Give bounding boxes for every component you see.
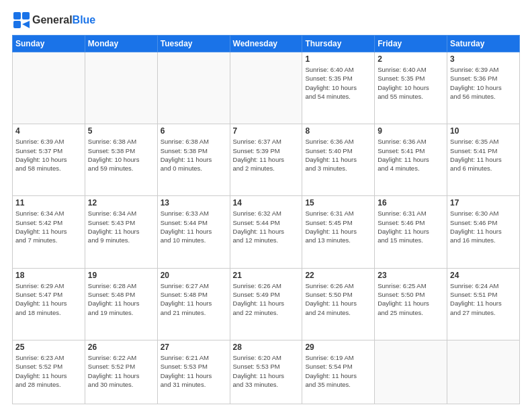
calendar-cell: 16Sunrise: 6:31 AM Sunset: 5:46 PM Dayli…: [375, 196, 447, 268]
day-number: 2: [378, 54, 444, 64]
day-number: 23: [378, 271, 444, 280]
calendar-cell: [447, 340, 520, 404]
calendar-cell: 10Sunrise: 6:35 AM Sunset: 5:41 PM Dayli…: [447, 124, 520, 196]
calendar-cell: [13, 52, 85, 124]
day-number: 8: [305, 126, 371, 136]
day-info: Sunrise: 6:31 AM Sunset: 5:46 PM Dayligh…: [378, 209, 444, 244]
calendar-cell: 15Sunrise: 6:31 AM Sunset: 5:45 PM Dayli…: [302, 196, 375, 268]
calendar-cell: 21Sunrise: 6:26 AM Sunset: 5:49 PM Dayli…: [230, 268, 302, 340]
calendar-cell: [375, 340, 447, 404]
day-info: Sunrise: 6:34 AM Sunset: 5:42 PM Dayligh…: [15, 209, 82, 244]
day-number: 27: [161, 342, 227, 352]
day-number: 1: [305, 54, 371, 64]
calendar-cell: 22Sunrise: 6:26 AM Sunset: 5:50 PM Dayli…: [302, 268, 375, 340]
day-number: 21: [233, 271, 300, 280]
day-info: Sunrise: 6:37 AM Sunset: 5:39 PM Dayligh…: [233, 137, 300, 173]
day-info: Sunrise: 6:28 AM Sunset: 5:48 PM Dayligh…: [88, 281, 154, 317]
weekday-header-tuesday: Tuesday: [157, 36, 230, 52]
day-info: Sunrise: 6:21 AM Sunset: 5:53 PM Dayligh…: [161, 353, 227, 389]
svg-rect-1: [22, 12, 30, 19]
weekday-header-sunday: Sunday: [13, 36, 85, 52]
calendar-cell: 19Sunrise: 6:28 AM Sunset: 5:48 PM Dayli…: [85, 268, 157, 340]
weekday-header-friday: Friday: [375, 36, 447, 52]
page: GeneralBlue SundayMondayTuesdayWednesday…: [0, 0, 532, 411]
weekday-header-saturday: Saturday: [447, 36, 520, 52]
day-info: Sunrise: 6:39 AM Sunset: 5:37 PM Dayligh…: [15, 137, 82, 173]
calendar-cell: 12Sunrise: 6:34 AM Sunset: 5:43 PM Dayli…: [85, 196, 157, 268]
day-info: Sunrise: 6:36 AM Sunset: 5:40 PM Dayligh…: [305, 137, 371, 173]
day-info: Sunrise: 6:29 AM Sunset: 5:47 PM Dayligh…: [15, 281, 82, 317]
calendar-cell: 20Sunrise: 6:27 AM Sunset: 5:48 PM Dayli…: [157, 268, 230, 340]
day-number: 20: [161, 271, 227, 280]
calendar-cell: 1Sunrise: 6:40 AM Sunset: 5:35 PM Daylig…: [302, 52, 375, 124]
day-info: Sunrise: 6:24 AM Sunset: 5:51 PM Dayligh…: [450, 281, 517, 317]
day-number: 16: [378, 198, 444, 208]
calendar-cell: 18Sunrise: 6:29 AM Sunset: 5:47 PM Dayli…: [13, 268, 85, 340]
day-number: 6: [161, 126, 227, 136]
day-number: 5: [88, 126, 154, 136]
logo-icon: [12, 11, 31, 30]
svg-marker-3: [22, 21, 30, 28]
calendar-cell: 14Sunrise: 6:32 AM Sunset: 5:44 PM Dayli…: [230, 196, 302, 268]
logo: GeneralBlue: [12, 11, 95, 30]
weekday-header-thursday: Thursday: [302, 36, 375, 52]
weekday-header-row: SundayMondayTuesdayWednesdayThursdayFrid…: [13, 36, 520, 52]
day-number: 14: [233, 198, 300, 208]
day-number: 9: [378, 126, 444, 136]
calendar-cell: 5Sunrise: 6:38 AM Sunset: 5:38 PM Daylig…: [85, 124, 157, 196]
calendar-cell: 8Sunrise: 6:36 AM Sunset: 5:40 PM Daylig…: [302, 124, 375, 196]
calendar-cell: 23Sunrise: 6:25 AM Sunset: 5:50 PM Dayli…: [375, 268, 447, 340]
weekday-header-monday: Monday: [85, 36, 157, 52]
day-info: Sunrise: 6:26 AM Sunset: 5:49 PM Dayligh…: [233, 281, 300, 317]
day-info: Sunrise: 6:26 AM Sunset: 5:50 PM Dayligh…: [305, 281, 371, 317]
calendar-cell: 11Sunrise: 6:34 AM Sunset: 5:42 PM Dayli…: [13, 196, 85, 268]
day-info: Sunrise: 6:35 AM Sunset: 5:41 PM Dayligh…: [450, 137, 517, 173]
day-info: Sunrise: 6:40 AM Sunset: 5:35 PM Dayligh…: [305, 65, 371, 101]
day-number: 26: [88, 342, 154, 352]
day-number: 29: [305, 342, 371, 352]
calendar-cell: 17Sunrise: 6:30 AM Sunset: 5:46 PM Dayli…: [447, 196, 520, 268]
calendar-table: SundayMondayTuesdayWednesdayThursdayFrid…: [12, 35, 520, 404]
calendar-week-row: 25Sunrise: 6:23 AM Sunset: 5:52 PM Dayli…: [13, 340, 520, 404]
day-info: Sunrise: 6:22 AM Sunset: 5:52 PM Dayligh…: [88, 353, 154, 389]
day-number: 18: [15, 271, 82, 280]
day-number: 3: [450, 54, 517, 64]
logo-text: GeneralBlue: [32, 14, 95, 26]
header: GeneralBlue: [12, 11, 520, 30]
day-number: 28: [233, 342, 300, 352]
day-info: Sunrise: 6:38 AM Sunset: 5:38 PM Dayligh…: [161, 137, 227, 173]
calendar-cell: 2Sunrise: 6:40 AM Sunset: 5:35 PM Daylig…: [375, 52, 447, 124]
day-number: 25: [15, 342, 82, 352]
svg-rect-0: [13, 12, 21, 19]
day-info: Sunrise: 6:20 AM Sunset: 5:53 PM Dayligh…: [233, 353, 300, 389]
calendar-week-row: 1Sunrise: 6:40 AM Sunset: 5:35 PM Daylig…: [13, 52, 520, 124]
calendar-week-row: 11Sunrise: 6:34 AM Sunset: 5:42 PM Dayli…: [13, 196, 520, 268]
calendar-cell: 25Sunrise: 6:23 AM Sunset: 5:52 PM Dayli…: [13, 340, 85, 404]
day-number: 10: [450, 126, 517, 136]
day-number: 15: [305, 198, 371, 208]
calendar-cell: 24Sunrise: 6:24 AM Sunset: 5:51 PM Dayli…: [447, 268, 520, 340]
day-info: Sunrise: 6:23 AM Sunset: 5:52 PM Dayligh…: [15, 353, 82, 389]
day-number: 24: [450, 271, 517, 280]
day-info: Sunrise: 6:40 AM Sunset: 5:35 PM Dayligh…: [378, 65, 444, 101]
calendar-cell: 13Sunrise: 6:33 AM Sunset: 5:44 PM Dayli…: [157, 196, 230, 268]
calendar-cell: 7Sunrise: 6:37 AM Sunset: 5:39 PM Daylig…: [230, 124, 302, 196]
day-info: Sunrise: 6:31 AM Sunset: 5:45 PM Dayligh…: [305, 209, 371, 244]
svg-rect-2: [13, 21, 21, 28]
calendar-cell: 28Sunrise: 6:20 AM Sunset: 5:53 PM Dayli…: [230, 340, 302, 404]
day-info: Sunrise: 6:25 AM Sunset: 5:50 PM Dayligh…: [378, 281, 444, 317]
day-info: Sunrise: 6:32 AM Sunset: 5:44 PM Dayligh…: [233, 209, 300, 244]
day-number: 19: [88, 271, 154, 280]
day-number: 22: [305, 271, 371, 280]
calendar-cell: [230, 52, 302, 124]
day-info: Sunrise: 6:33 AM Sunset: 5:44 PM Dayligh…: [161, 209, 227, 244]
calendar-week-row: 4Sunrise: 6:39 AM Sunset: 5:37 PM Daylig…: [13, 124, 520, 196]
day-info: Sunrise: 6:39 AM Sunset: 5:36 PM Dayligh…: [450, 65, 517, 101]
day-info: Sunrise: 6:19 AM Sunset: 5:54 PM Dayligh…: [305, 353, 371, 389]
day-number: 17: [450, 198, 517, 208]
calendar-cell: [157, 52, 230, 124]
day-number: 7: [233, 126, 300, 136]
day-info: Sunrise: 6:38 AM Sunset: 5:38 PM Dayligh…: [88, 137, 154, 173]
day-number: 13: [161, 198, 227, 208]
calendar-cell: 6Sunrise: 6:38 AM Sunset: 5:38 PM Daylig…: [157, 124, 230, 196]
